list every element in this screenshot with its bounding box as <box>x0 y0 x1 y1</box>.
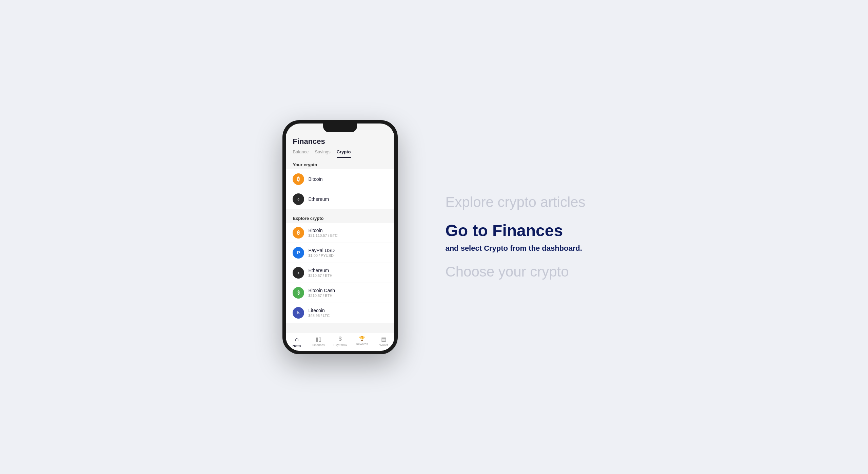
bottom-nav: ⌂ Home ▮▯ Finances $ Payments 🏆 Rewards <box>286 333 394 351</box>
phone-screen: Finances Balance Savings Crypto Your cry… <box>286 124 394 351</box>
coin-name: PayPal USD <box>308 248 388 253</box>
list-item[interactable]: ₿ Bitcoin <box>286 169 394 189</box>
bch-symbol: ₿ <box>297 290 300 295</box>
coin-info: Ethereum <box>308 196 388 202</box>
coin-price: $21,110.57 / BTC <box>308 233 388 238</box>
step1-text: Explore crypto articles <box>445 194 585 210</box>
nav-wallet[interactable]: ▤ Wallet <box>373 336 394 347</box>
eth-icon: ⬨ <box>293 193 304 205</box>
tab-savings[interactable]: Savings <box>315 149 330 158</box>
tab-crypto[interactable]: Crypto <box>337 149 351 158</box>
app-header: Finances Balance Savings Crypto <box>286 132 394 158</box>
phone-notch <box>323 124 357 132</box>
coin-info: Bitcoin <box>308 176 388 182</box>
coin-info: Ethereum $210.57 / ETH <box>308 268 388 278</box>
page-wrapper: Finances Balance Savings Crypto Your cry… <box>0 0 868 474</box>
btc-symbol: ₿ <box>297 176 300 182</box>
pyusd-symbol: P <box>297 250 300 255</box>
nav-payments[interactable]: $ Payments <box>329 336 351 347</box>
payments-icon: $ <box>339 336 342 342</box>
nav-rewards-label: Rewards <box>356 342 368 346</box>
btc-icon: ₿ <box>293 173 304 185</box>
nav-home-label: Home <box>293 344 301 347</box>
ltc-symbol: Ł <box>297 310 300 315</box>
coin-info: Bitcoin $21,110.57 / BTC <box>308 228 388 238</box>
coin-name: Bitcoin <box>308 228 388 233</box>
coin-name: Ethereum <box>308 196 388 202</box>
coin-info: PayPal USD $1.00 / PYUSD <box>308 248 388 258</box>
list-item[interactable]: P PayPal USD $1.00 / PYUSD <box>286 243 394 263</box>
coin-name: Bitcoin <box>308 176 388 182</box>
step2-subtitle: and select Crypto from the dashboard. <box>445 244 585 253</box>
ltc-icon: Ł <box>293 307 304 319</box>
section-spacer <box>286 209 394 212</box>
app-content: Finances Balance Savings Crypto Your cry… <box>286 132 394 351</box>
coin-price: $210.57 / ETH <box>308 273 388 278</box>
nav-finances[interactable]: ▮▯ Finances <box>308 336 329 347</box>
tabs-row: Balance Savings Crypto <box>293 149 388 158</box>
list-item[interactable]: ⬨ Ethereum <box>286 189 394 209</box>
eth-symbol: ⬨ <box>297 270 300 275</box>
eth-explore-icon: ⬨ <box>293 267 304 279</box>
your-crypto-list: ₿ Bitcoin ⬨ Ethereum <box>286 169 394 209</box>
eth-symbol: ⬨ <box>297 196 300 202</box>
btc-explore-icon: ₿ <box>293 227 304 239</box>
tab-balance[interactable]: Balance <box>293 149 309 158</box>
nav-payments-label: Payments <box>333 343 347 346</box>
coin-name: Ethereum <box>308 268 388 273</box>
pyusd-icon: P <box>293 247 304 259</box>
step3-text: Choose your crypto <box>445 264 585 280</box>
scrollable-content: Your crypto ₿ Bitcoin <box>286 158 394 333</box>
list-item[interactable]: ₿ Bitcoin $21,110.57 / BTC <box>286 223 394 243</box>
explore-crypto-label: Explore crypto <box>286 212 394 223</box>
list-item[interactable]: Ł Litecoin $48.96 / LTC <box>286 303 394 323</box>
finances-icon: ▮▯ <box>315 336 321 342</box>
coin-price: $48.96 / LTC <box>308 314 388 318</box>
right-content: Explore crypto articles Go to Finances a… <box>445 194 585 280</box>
wallet-icon: ▤ <box>381 336 386 342</box>
nav-finances-label: Finances <box>312 343 325 347</box>
nav-wallet-label: Wallet <box>379 343 388 347</box>
rewards-icon: 🏆 <box>359 336 365 341</box>
nav-home[interactable]: ⌂ Home <box>286 336 308 347</box>
list-item[interactable]: ⬨ Ethereum $210.57 / ETH <box>286 263 394 283</box>
coin-price: $1.00 / PYUSD <box>308 253 388 258</box>
coin-name: Bitcoin Cash <box>308 288 388 293</box>
nav-rewards[interactable]: 🏆 Rewards <box>351 336 373 347</box>
coin-info: Litecoin $48.96 / LTC <box>308 308 388 318</box>
step2-text: Go to Finances <box>445 221 585 240</box>
list-item[interactable]: ₿ Bitcoin Cash $210.57 / BTH <box>286 283 394 303</box>
coin-info: Bitcoin Cash $210.57 / BTH <box>308 288 388 298</box>
coin-price: $210.57 / BTH <box>308 293 388 298</box>
app-title: Finances <box>293 137 388 146</box>
your-crypto-label: Your crypto <box>286 158 394 169</box>
explore-crypto-list: ₿ Bitcoin $21,110.57 / BTC P <box>286 223 394 323</box>
coin-name: Litecoin <box>308 308 388 313</box>
btc-symbol: ₿ <box>297 230 300 235</box>
home-icon: ⌂ <box>295 336 299 343</box>
bch-icon: ₿ <box>293 287 304 299</box>
phone-mockup: Finances Balance Savings Crypto Your cry… <box>282 120 398 354</box>
